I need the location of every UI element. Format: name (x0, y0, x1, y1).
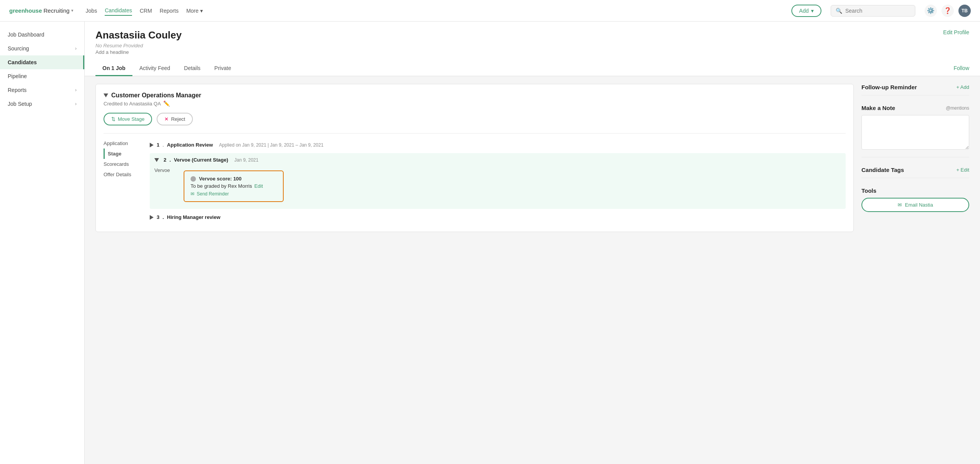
envelope-icon: ✉ (898, 202, 902, 208)
job-card-title: Customer Operations Manager (111, 92, 201, 99)
stage-3-title: Hiring Manager review (167, 214, 221, 220)
sidebar-item-pipeline[interactable]: Pipeline (0, 69, 84, 83)
candidate-name: Anastasiia Couley (95, 29, 182, 41)
profile-header: Anastasiia Couley No Resume Provided Add… (85, 22, 980, 76)
logo-greenhouse: greenhouse (9, 7, 42, 14)
avatar[interactable]: TB (958, 5, 971, 17)
sidebar-item-job-dashboard[interactable]: Job Dashboard (0, 28, 84, 42)
stage-2-header: 2 . Vervoe (Current Stage) Jan 9, 2021 (154, 157, 841, 163)
vervoe-edit-link[interactable]: Edit (254, 183, 263, 189)
stages-sidebar: Application Stage Scorecards Offer Detai… (104, 138, 150, 224)
candidate-headline[interactable]: Add a headline (95, 49, 182, 55)
vervoe-label: Vervoe (154, 167, 177, 173)
content-panels: Customer Operations Manager Credited to … (85, 76, 980, 240)
sourcing-arrow-icon: › (75, 46, 77, 51)
vervoe-circle-icon (191, 176, 196, 182)
help-icon-btn[interactable]: ❓ (942, 5, 954, 17)
candidate-tags-section: Candidate Tags + Edit (861, 167, 969, 178)
add-button[interactable]: Add ▾ (791, 5, 821, 17)
tab-private[interactable]: Private (207, 61, 238, 76)
vervoe-row: Vervoe Vervoe score: 100 To be graded by… (154, 167, 841, 205)
profile-header-top: Anastasiia Couley No Resume Provided Add… (95, 29, 969, 55)
stages-nav-application[interactable]: Application (104, 138, 142, 149)
move-stage-button[interactable]: ⇅ Move Stage (104, 113, 152, 125)
reject-button[interactable]: ✕ Reject (157, 113, 193, 125)
stages-nav-offer-details[interactable]: Offer Details (104, 169, 142, 180)
main-layout: Job Dashboard Sourcing › Candidates Pipe… (0, 22, 980, 464)
nav-more[interactable]: More ▾ (186, 6, 203, 15)
reject-x-icon: ✕ (164, 116, 169, 122)
content-area: Anastasiia Couley No Resume Provided Add… (85, 22, 980, 464)
tab-activity-feed[interactable]: Activity Feed (132, 61, 177, 76)
search-area[interactable]: 🔍 (831, 5, 915, 17)
candidate-resume: No Resume Provided (95, 43, 182, 48)
job-card: Customer Operations Manager Credited to … (95, 84, 854, 232)
nav-links: Jobs Candidates CRM Reports More ▾ (86, 6, 783, 16)
stage-2-date: Jan 9, 2021 (234, 157, 259, 163)
top-navigation: greenhouse Recruiting ▾ Jobs Candidates … (0, 0, 980, 22)
expand-stage-1-icon[interactable] (150, 143, 154, 147)
collapse-stage-2-icon[interactable] (154, 158, 159, 162)
tab-details[interactable]: Details (177, 61, 207, 76)
profile-info: Anastasiia Couley No Resume Provided Add… (95, 29, 182, 55)
profile-tabs: On 1 Job Activity Feed Details Private F… (95, 61, 969, 76)
tools-section: Tools ✉ Email Nastia (861, 187, 969, 212)
collapse-job-icon[interactable] (104, 93, 108, 97)
stage-2-number: 2 (164, 157, 166, 163)
send-reminder-link[interactable]: ✉ Send Reminder (191, 191, 277, 197)
more-chevron-icon: ▾ (200, 8, 203, 14)
stage-1-info: Applied on Jan 9, 2021 | Jan 9, 2021 – J… (219, 142, 323, 148)
job-setup-arrow-icon: › (75, 101, 77, 107)
nav-icons: ⚙️ ❓ TB (925, 5, 971, 17)
add-chevron-icon: ▾ (811, 8, 814, 14)
job-actions: ⇅ Move Stage ✕ Reject (104, 113, 846, 125)
candidate-tags-header: Candidate Tags + Edit (861, 167, 969, 173)
job-card-header: Customer Operations Manager (104, 92, 846, 99)
vervoe-grader: To be graded by Rex Morris Edit (191, 183, 277, 189)
follow-link[interactable]: Follow (954, 61, 969, 76)
email-nastia-button[interactable]: ✉ Email Nastia (861, 198, 969, 212)
sidebar-item-reports[interactable]: Reports › (0, 83, 84, 97)
job-card-subtitle: Credited to Anastasiia QA ✏️ (104, 100, 846, 107)
nav-candidates[interactable]: Candidates (105, 6, 132, 16)
nav-crm[interactable]: CRM (140, 6, 152, 15)
tools-title: Tools (861, 187, 876, 194)
follow-up-title: Follow-up Reminder (861, 84, 917, 90)
stage-row-2: 2 . Vervoe (Current Stage) Jan 9, 2021 V… (150, 153, 846, 209)
follow-up-add-link[interactable]: + Add (956, 84, 969, 90)
logo-recruiting: Recruiting (43, 7, 70, 14)
sidebar-item-sourcing[interactable]: Sourcing › (0, 42, 84, 55)
note-textarea[interactable] (861, 115, 969, 150)
nav-jobs[interactable]: Jobs (86, 6, 97, 15)
follow-up-header: Follow-up Reminder + Add (861, 84, 969, 90)
follow-up-section: Follow-up Reminder + Add (861, 84, 969, 95)
settings-icon-btn[interactable]: ⚙️ (925, 5, 937, 17)
stages-nav-stage[interactable]: Stage (104, 149, 142, 159)
search-icon: 🔍 (836, 8, 842, 14)
logo[interactable]: greenhouse Recruiting ▾ (9, 7, 74, 14)
sidebar-item-candidates[interactable]: Candidates (0, 55, 84, 69)
mentions-label: @mentions (946, 105, 969, 111)
tab-on-1-job[interactable]: On 1 Job (95, 61, 132, 76)
candidate-tags-edit-link[interactable]: + Edit (956, 167, 969, 173)
stage-row-3: 3 . Hiring Manager review (150, 210, 846, 224)
stages-content: 1 . Application Review Applied on Jan 9,… (150, 138, 846, 224)
edit-profile-link[interactable]: Edit Profile (943, 29, 969, 35)
envelope-icon: ✉ (191, 191, 194, 197)
sidebar: Job Dashboard Sourcing › Candidates Pipe… (0, 22, 85, 464)
expand-stage-3-icon[interactable] (150, 215, 154, 220)
logo-chevron: ▾ (71, 8, 74, 13)
stage-3-number: 3 (157, 214, 159, 220)
search-input[interactable] (845, 8, 910, 14)
tools-header: Tools (861, 187, 969, 194)
edit-credited-icon[interactable]: ✏️ (163, 100, 170, 107)
nav-reports[interactable]: Reports (160, 6, 179, 15)
candidate-tags-title: Candidate Tags (861, 167, 904, 173)
stage-2-title: Vervoe (Current Stage) (174, 157, 228, 163)
stages-nav-scorecards[interactable]: Scorecards (104, 159, 142, 169)
stage-row-1: 1 . Application Review Applied on Jan 9,… (150, 138, 846, 152)
sidebar-item-job-setup[interactable]: Job Setup › (0, 97, 84, 111)
vervoe-score: Vervoe score: 100 (191, 176, 277, 182)
stage-1-title: Application Review (167, 142, 213, 148)
stages-layout: Application Stage Scorecards Offer Detai… (104, 138, 846, 224)
